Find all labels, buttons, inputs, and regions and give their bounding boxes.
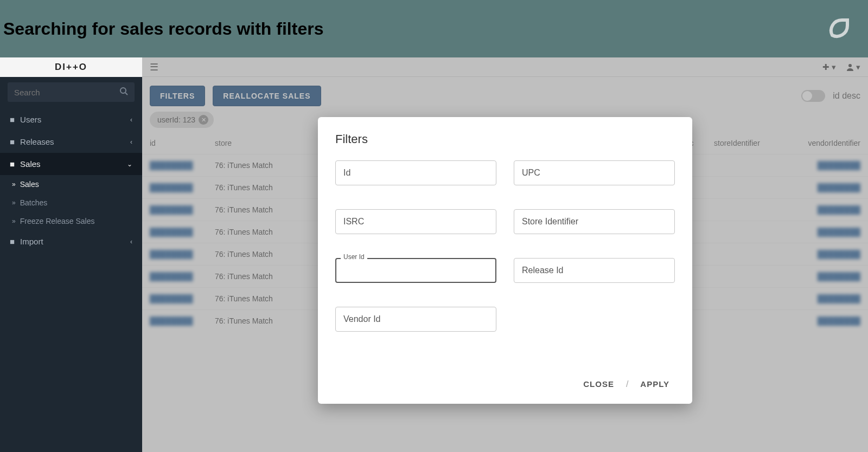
upc-input[interactable] <box>514 160 675 185</box>
isrc-input[interactable] <box>335 209 496 234</box>
chevron-down-icon: ⌄ <box>127 160 132 168</box>
search-icon <box>119 87 128 98</box>
modal-title: Filters <box>335 132 675 146</box>
sidebar-sub-sales[interactable]: » Sales <box>0 175 142 193</box>
store-identifier-input[interactable] <box>514 209 675 234</box>
double-chevron-icon: » <box>12 180 16 188</box>
sidebar-search[interactable] <box>8 82 135 102</box>
sidebar-sub-label: Batches <box>20 198 48 207</box>
field-isrc[interactable] <box>335 209 496 234</box>
sidebar-sub-batches[interactable]: » Batches <box>0 193 142 212</box>
svg-point-0 <box>120 88 126 93</box>
page-banner: Searching for sales records with filters <box>0 0 868 57</box>
chevron-left-icon: ‹ <box>130 138 132 146</box>
field-upc[interactable] <box>514 160 675 185</box>
sidebar-item-label: Import <box>20 237 43 246</box>
field-release-id[interactable] <box>514 258 675 283</box>
user-id-label: User Id <box>341 253 367 261</box>
separator: / <box>626 379 628 389</box>
double-chevron-icon: » <box>12 199 16 206</box>
sidebar-item-label: Users <box>20 115 41 124</box>
field-store-identifier[interactable] <box>514 209 675 234</box>
double-chevron-icon: » <box>12 217 16 225</box>
sidebar-sub-label: Freeze Release Sales <box>20 217 95 225</box>
release-id-input[interactable] <box>514 258 675 283</box>
sidebar-sub-label: Sales <box>20 180 39 189</box>
modal-overlay[interactable]: Filters User Id CLOSE / APPLY <box>142 57 868 452</box>
vendor-id-input[interactable] <box>335 307 496 332</box>
leaf-logo-icon <box>826 16 852 42</box>
brand-logo: DI++O <box>0 57 142 77</box>
sidebar-sub-freeze[interactable]: » Freeze Release Sales <box>0 212 142 230</box>
folder-icon: ■ <box>10 159 15 169</box>
field-vendor-id[interactable] <box>335 307 496 332</box>
folder-icon: ■ <box>10 237 15 246</box>
svg-line-1 <box>125 93 127 95</box>
sidebar-item-releases[interactable]: ■ Releases ‹ <box>0 131 142 153</box>
sidebar-item-import[interactable]: ■ Import ‹ <box>0 230 142 253</box>
sidebar-item-users[interactable]: ■ Users ‹ <box>0 108 142 131</box>
banner-title: Searching for sales records with filters <box>3 19 323 39</box>
field-id[interactable] <box>335 160 496 185</box>
close-button[interactable]: CLOSE <box>578 375 620 393</box>
chevron-left-icon: ‹ <box>130 116 132 124</box>
sidebar: DI++O ■ Users ‹ ■ Releases ‹ ■ Sales ⌄ »… <box>0 57 142 452</box>
filters-modal: Filters User Id CLOSE / APPLY <box>318 117 692 404</box>
field-user-id[interactable]: User Id <box>335 258 496 283</box>
folder-icon: ■ <box>10 115 15 124</box>
sidebar-item-label: Sales <box>20 159 41 169</box>
id-input[interactable] <box>335 160 496 185</box>
chevron-left-icon: ‹ <box>130 238 132 246</box>
user-id-input[interactable] <box>335 258 496 283</box>
main-content: ☰ ✚ ▾ ▾ FILTERS REALLOCATE SALES id desc… <box>142 57 868 452</box>
sidebar-item-sales[interactable]: ■ Sales ⌄ <box>0 153 142 175</box>
sidebar-item-label: Releases <box>20 137 54 146</box>
folder-icon: ■ <box>10 137 15 146</box>
apply-button[interactable]: APPLY <box>635 375 675 393</box>
search-input[interactable] <box>14 88 119 97</box>
